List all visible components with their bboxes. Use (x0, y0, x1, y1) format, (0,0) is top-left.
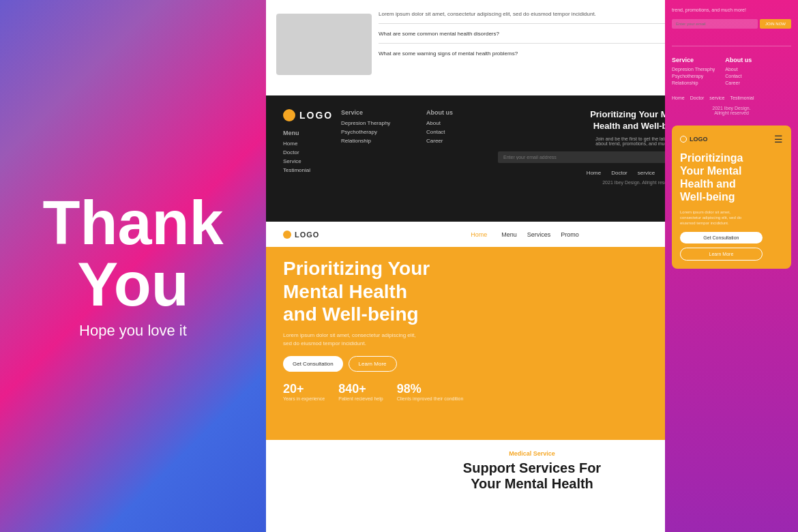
about-col-title: About us (426, 109, 494, 116)
faq-question-1: What are some common mental health disor… (379, 31, 499, 37)
rp-mobile-logo-text: LOGO (690, 136, 708, 143)
nav-services[interactable]: Services (527, 231, 551, 238)
yellow-logo: LOGO (283, 231, 319, 239)
rp-relationship[interactable]: Relationship (672, 80, 715, 85)
hero-title: Prioritizing Your Mental Health and Well… (283, 257, 645, 326)
yellow-logo-dot-icon (283, 231, 291, 239)
nav-promo[interactable]: Promo (561, 231, 579, 238)
service-psychotherapy[interactable]: Psychotherapy (341, 129, 423, 135)
stat-clients-num: 98% (397, 382, 464, 396)
consult-button[interactable]: Get Consultation (283, 356, 343, 372)
right-panel: trend, promotions, and much more! JOIN N… (665, 0, 798, 532)
menu-col-title: Menu (283, 130, 338, 136)
nav-home[interactable]: Home (467, 230, 491, 239)
logo-dot-icon (283, 109, 295, 121)
rp-nav-doctor[interactable]: Doctor (690, 95, 705, 100)
rp-nav-testimonial[interactable]: Testimonial (730, 95, 754, 100)
hero-description: Lorem ipsum dolor sit amet, consectetur … (283, 331, 645, 348)
rp-about-col: About us About Contact Career (725, 57, 752, 87)
rp-depression[interactable]: Depresion Theraphy (672, 67, 715, 72)
hero-text: Prioritizing Your Mental Health and Well… (283, 257, 645, 426)
rp-join-button[interactable]: JOIN NOW (760, 19, 791, 29)
menu-testimonial[interactable]: Testimonial (283, 167, 338, 173)
rp-mobile-logo: LOGO (680, 136, 708, 143)
rp-email-input[interactable] (672, 19, 758, 29)
rp-mobile-section: LOGO ☰ Prioritizinga Your Mental Health … (672, 125, 791, 269)
rp-nav-home[interactable]: Home (672, 95, 685, 100)
rp-career[interactable]: Career (725, 80, 752, 85)
rp-copyright: 2021 Ibey Design. Allright reserved (672, 106, 791, 115)
hamburger-icon[interactable]: ☰ (774, 134, 783, 145)
rp-psychotherapy[interactable]: Psychotherapy (672, 74, 715, 78)
hero-buttons: Get Consultation Learn More (283, 356, 645, 372)
stat-patients-label: Patient recieved help (338, 396, 383, 401)
about-about[interactable]: About (426, 120, 494, 126)
stat-patients: 840+ Patient recieved help (338, 382, 383, 401)
rp-mobile-hero-title: Prioritizinga Your Mental Health and Wel… (680, 151, 783, 204)
footer-logo-col: LOGO Menu Home Doctor Service Testimonia… (283, 109, 338, 185)
rp-service-col-title: Service (672, 57, 715, 63)
rp-nav-section: Service Depresion Theraphy Psychotherapy… (672, 57, 791, 115)
thank-you-section: Thank You Hope you love it (0, 0, 266, 532)
about-career[interactable]: Career (426, 138, 494, 144)
nav-menu[interactable]: Menu (501, 231, 517, 238)
stat-clients: 98% Clients improved their condition (397, 382, 464, 401)
rp-bottom-nav: Home Doctor service Testimonial (672, 95, 791, 100)
service-relationship[interactable]: Relationship (341, 138, 423, 144)
rp-promo-text: trend, promotions, and much more! (672, 7, 791, 14)
rp-nav-service[interactable]: service (709, 95, 724, 100)
footer-service-col: Service Depresion Theraphy Psychotherapy… (341, 109, 423, 185)
stat-patients-num: 840+ (338, 382, 383, 396)
rp-about-col-title: About us (725, 57, 752, 63)
right-panel-content: trend, promotions, and much more! JOIN N… (665, 0, 798, 276)
footer-nav-home[interactable]: Home (587, 170, 601, 176)
learn-more-button[interactable]: Learn More (349, 356, 397, 372)
rp-email-row: JOIN NOW (672, 19, 791, 29)
rp-mobile-consult-button[interactable]: Get Consultation (680, 232, 763, 243)
stat-clients-label: Clients improved their condition (397, 396, 464, 401)
rp-mobile-desc: Lorem ipsum dolor sit amet, consectetur … (680, 209, 783, 226)
footer-nav-doctor[interactable]: Doctor (611, 170, 627, 176)
logo-text: LOGO (299, 110, 333, 121)
stats-row: 20+ Years in experience 840+ Patient rec… (283, 382, 645, 401)
menu-service[interactable]: Service (283, 158, 338, 164)
rp-mobile-learn-button[interactable]: Learn More (680, 248, 763, 261)
rp-about[interactable]: About (725, 67, 752, 72)
faq-question-2: What are some warning signs of mental he… (379, 50, 518, 57)
footer-about-col: About us About Contact Career (426, 109, 494, 185)
thank-you-subtitle: Hope you love it (79, 322, 187, 340)
thank-you-title: Thank You (0, 192, 266, 315)
service-depression[interactable]: Depresion Theraphy (341, 120, 423, 126)
faq-image (276, 14, 372, 75)
footer-nav-service[interactable]: service (638, 170, 655, 176)
about-contact[interactable]: Contact (426, 129, 494, 135)
stat-years: 20+ Years in experience (283, 382, 325, 401)
menu-home[interactable]: Home (283, 141, 338, 147)
footer-logo: LOGO (283, 109, 338, 121)
yellow-logo-text: LOGO (295, 231, 319, 239)
rp-contact[interactable]: Contact (725, 74, 752, 78)
rp-subscribe-area: trend, promotions, and much more! JOIN N… (672, 7, 791, 46)
stat-years-label: Years in experience (283, 396, 325, 401)
rp-mobile-nav: LOGO ☰ (680, 134, 783, 145)
rp-service-col: Service Depresion Theraphy Psychotherapy… (672, 57, 715, 87)
service-col-title: Service (341, 109, 423, 116)
stat-years-num: 20+ (283, 382, 325, 396)
rp-nav-cols: Service Depresion Theraphy Psychotherapy… (672, 57, 791, 87)
menu-doctor[interactable]: Doctor (283, 149, 338, 156)
rp-mobile-logo-dot-icon (680, 136, 687, 143)
